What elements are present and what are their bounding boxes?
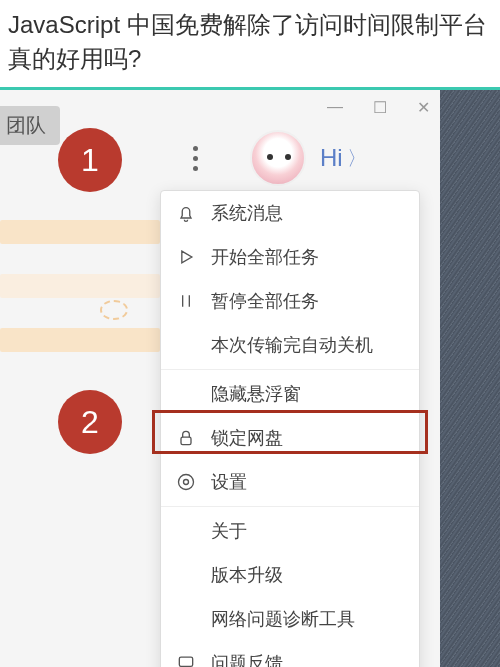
blank-icon: [175, 564, 197, 586]
menu-item-label: 关于: [211, 519, 247, 543]
kebab-icon: [193, 146, 198, 151]
menu-item-pause-all[interactable]: 暂停全部任务: [161, 279, 419, 323]
gear-icon: [175, 471, 197, 493]
menu-item-label: 隐藏悬浮窗: [211, 382, 301, 406]
dropdown-menu: 系统消息 开始全部任务 暂停全部任务 本次传输完自动关机 隐藏悬浮窗: [160, 190, 420, 667]
menu-item-feedback[interactable]: 问题反馈: [161, 641, 419, 667]
window-controls: — ☐ ✕: [327, 98, 430, 117]
menu-item-network-diag[interactable]: 网络问题诊断工具: [161, 597, 419, 641]
menu-item-label: 本次传输完自动关机: [211, 333, 373, 357]
menu-item-label: 设置: [211, 470, 247, 494]
app-window: — ☐ ✕ 团队 1 2 Hi 〉 系统消息 开始全部任务: [0, 87, 500, 667]
menu-divider: [161, 369, 419, 370]
window-minimize[interactable]: —: [327, 98, 343, 117]
svg-rect-3: [179, 657, 192, 666]
play-icon: [175, 246, 197, 268]
menu-item-about[interactable]: 关于: [161, 509, 419, 553]
more-menu-button[interactable]: [175, 138, 215, 178]
menu-item-auto-shutdown[interactable]: 本次传输完自动关机: [161, 323, 419, 367]
svg-rect-0: [181, 437, 191, 445]
kebab-icon: [193, 166, 198, 171]
lock-icon: [175, 427, 197, 449]
step-badge-1: 1: [58, 128, 122, 192]
menu-item-upgrade[interactable]: 版本升级: [161, 553, 419, 597]
kebab-icon: [193, 156, 198, 161]
blank-icon: [175, 383, 197, 405]
window-maximize[interactable]: ☐: [373, 98, 387, 117]
menu-item-settings[interactable]: 设置: [161, 460, 419, 504]
menu-item-start-all[interactable]: 开始全部任务: [161, 235, 419, 279]
pause-icon: [175, 290, 197, 312]
blank-icon: [175, 334, 197, 356]
greeting[interactable]: Hi 〉: [320, 144, 367, 172]
menu-item-label: 开始全部任务: [211, 245, 319, 269]
svg-point-2: [179, 475, 194, 490]
menu-item-label: 系统消息: [211, 201, 283, 225]
step-badge-2: 2: [58, 390, 122, 454]
feedback-icon: [175, 652, 197, 667]
menu-item-label: 问题反馈: [211, 651, 283, 667]
menu-item-system-messages[interactable]: 系统消息: [161, 191, 419, 235]
menu-divider: [161, 506, 419, 507]
hi-label: Hi: [320, 144, 343, 172]
menu-item-label: 暂停全部任务: [211, 289, 319, 313]
menu-item-label: 锁定网盘: [211, 426, 283, 450]
blank-icon: [175, 520, 197, 542]
menu-item-label: 版本升级: [211, 563, 283, 587]
bell-icon: [175, 202, 197, 224]
window-close[interactable]: ✕: [417, 98, 430, 117]
svg-point-1: [184, 480, 189, 485]
blank-icon: [175, 608, 197, 630]
decorative-texture: [440, 90, 500, 667]
chevron-right-icon: 〉: [347, 145, 367, 172]
menu-item-hide-float[interactable]: 隐藏悬浮窗: [161, 372, 419, 416]
page-question: JavaScript 中国免费解除了访问时间限制平台真的好用吗?: [0, 0, 500, 87]
team-tab[interactable]: 团队: [0, 106, 60, 145]
user-avatar[interactable]: [250, 130, 306, 186]
menu-item-lock-disk[interactable]: 锁定网盘: [161, 416, 419, 460]
menu-item-label: 网络问题诊断工具: [211, 607, 355, 631]
decorative-stripes: [0, 220, 160, 382]
